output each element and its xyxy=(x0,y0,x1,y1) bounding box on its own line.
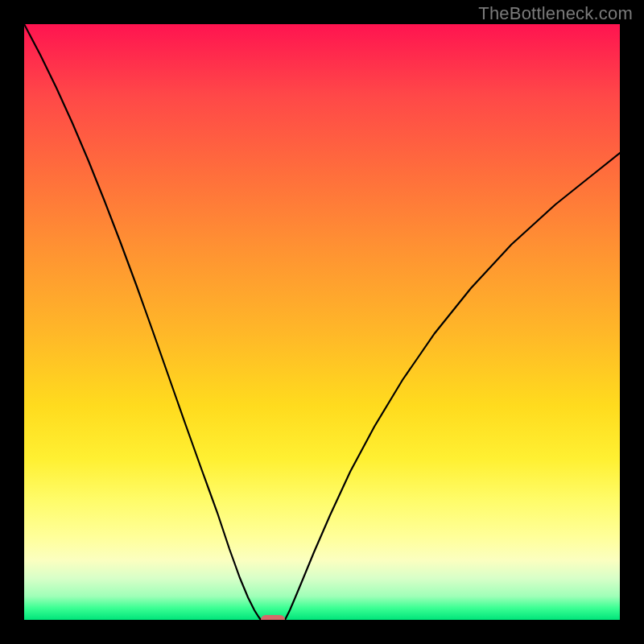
plot-area xyxy=(24,24,620,620)
bottleneck-marker xyxy=(261,615,285,620)
watermark-text: TheBottleneck.com xyxy=(478,3,633,24)
gradient-background xyxy=(24,24,620,620)
chart-frame: TheBottleneck.com xyxy=(0,0,644,644)
